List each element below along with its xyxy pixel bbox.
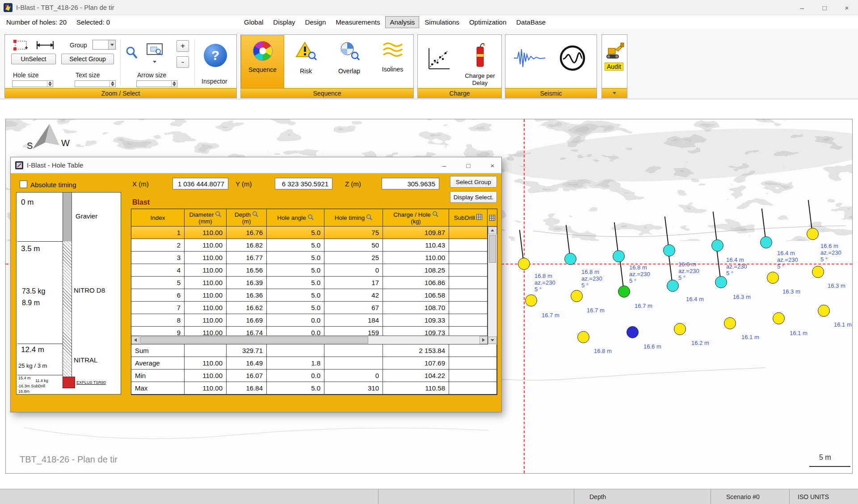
menu-measurements[interactable]: Measurements [331, 16, 384, 28]
dialog-close-button[interactable]: × [488, 162, 497, 169]
table-row[interactable]: 3110.0016.775.025110.00 [131, 252, 488, 264]
menu-global[interactable]: Global [240, 16, 268, 28]
hole-marker[interactable] [564, 253, 576, 265]
menu-database[interactable]: DataBase [512, 16, 550, 28]
ribbon-button-risk[interactable]: Risk [284, 35, 328, 88]
magnifier-icon[interactable] [215, 211, 221, 218]
hole-marker[interactable] [711, 239, 723, 252]
zoom-mode-dropdown[interactable] [149, 58, 160, 65]
scroll-down-button[interactable] [488, 336, 497, 344]
crosshair-vertical [524, 119, 525, 473]
dialog-minimize-button[interactable]: – [440, 162, 449, 169]
dialog-maximize-button[interactable]: □ [464, 162, 473, 169]
hole-marker[interactable] [618, 286, 630, 298]
close-button[interactable]: × [836, 0, 858, 15]
ribbon-button-sequence[interactable]: Sequence [241, 35, 284, 88]
scroll-right-button[interactable] [479, 336, 488, 344]
charge-per-delay-button[interactable] [461, 38, 499, 71]
table-grid-icon[interactable] [488, 209, 497, 227]
menu-analysis[interactable]: Analysis [385, 16, 419, 28]
hole-marker[interactable] [627, 326, 639, 338]
hole-marker[interactable] [674, 323, 686, 335]
column-header-hole-angle[interactable]: Hole angle [267, 209, 324, 227]
vertical-scroll-thumb[interactable] [489, 235, 496, 263]
display-select-button[interactable]: Display Select. [450, 191, 497, 203]
zoom-tool[interactable] [124, 45, 139, 61]
horizontal-scrollbar[interactable] [131, 336, 488, 344]
column-header-subdrill[interactable]: SubDrill [449, 209, 488, 227]
chevron-down-icon[interactable] [108, 40, 115, 49]
hole-marker[interactable] [818, 305, 830, 317]
hole-marker[interactable] [667, 280, 679, 292]
ribbon-button-isolines[interactable]: Isolines [371, 35, 414, 88]
hole-marker[interactable] [767, 272, 779, 284]
measure-arrow-tool[interactable] [34, 38, 56, 52]
zoom-extent-tool[interactable] [144, 42, 165, 56]
seismic-wave-button[interactable] [510, 42, 549, 74]
table-row[interactable]: 8110.0016.690.0184109.33 [131, 314, 488, 327]
absolute-timing-checkbox[interactable] [20, 181, 27, 188]
table-row[interactable]: 5110.0016.395.017106.86 [131, 277, 488, 289]
menu-simulations[interactable]: Simulations [420, 16, 464, 28]
z-coord-field[interactable]: 305.9635 [382, 178, 439, 189]
hole-marker[interactable] [807, 228, 819, 240]
audit-button[interactable] [604, 40, 626, 61]
table-row[interactable]: 4110.0016.565.00108.25 [131, 264, 488, 277]
column-header-diameter[interactable]: Diameter(mm) [185, 209, 227, 227]
magnifier-icon[interactable] [432, 211, 438, 218]
zoom-out-button[interactable]: - [177, 56, 189, 68]
column-header-hole-timing[interactable]: Hole timing [324, 209, 383, 227]
hole-marker[interactable] [663, 244, 675, 256]
audit-dropdown-strip[interactable] [602, 88, 627, 98]
hole-marker[interactable] [715, 276, 727, 288]
hole-marker[interactable] [613, 250, 625, 262]
map-canvas[interactable]: 16.8 m az.=230 5 °16.7 m16.8 m az.=230 5… [5, 119, 853, 474]
hole-size-spinner[interactable] [12, 80, 53, 87]
table-row[interactable]: 2110.0016.825.050110.43 [131, 239, 488, 252]
table-row[interactable]: 7110.0016.625.067108.70 [131, 302, 488, 314]
summary-cell [324, 344, 383, 357]
hole-marker[interactable] [571, 290, 583, 302]
hole-marker[interactable] [724, 317, 736, 329]
dialog-select-group-button[interactable]: Select Group [450, 176, 497, 188]
y-coord-field[interactable]: 6 323 350.5921 [275, 178, 332, 189]
maximize-button[interactable]: □ [813, 0, 836, 15]
magnifier-icon[interactable] [252, 211, 258, 218]
unselect-button[interactable]: UnSelect [11, 54, 56, 64]
table-row[interactable]: 1110.0016.765.075109.87 [131, 227, 488, 239]
zoom-in-button[interactable]: + [177, 40, 189, 52]
select-group-button[interactable]: Select Group [61, 54, 114, 64]
hole-marker[interactable] [812, 266, 824, 278]
hole-marker[interactable] [577, 331, 589, 343]
menu-design[interactable]: Design [301, 16, 331, 28]
group-combo[interactable] [93, 40, 116, 50]
menu-optimization[interactable]: Optimization [465, 16, 511, 28]
hole-marker[interactable] [760, 236, 772, 248]
column-header-charge-hole[interactable]: Charge / Hole(kg) [383, 209, 449, 227]
table-summary: Sum329.712 153.84Average110.0016.491.810… [131, 344, 497, 395]
column-header-index[interactable]: Index [131, 209, 185, 227]
minimize-button[interactable]: – [791, 0, 813, 15]
hole-marker[interactable] [773, 312, 785, 324]
scroll-left-button[interactable] [131, 336, 139, 344]
table-row[interactable]: 9110.0016.740.0159109.73 [131, 327, 488, 336]
inspector-button[interactable] [200, 42, 231, 69]
hole-marker[interactable] [518, 258, 530, 270]
selection-rectangle-tool[interactable] [12, 38, 29, 52]
column-header-depth[interactable]: Depth(m) [227, 209, 267, 227]
magnifier-icon[interactable] [366, 214, 372, 222]
arrow-size-spinner[interactable] [136, 80, 177, 87]
scroll-up-button[interactable] [488, 227, 497, 234]
grid-icon[interactable] [476, 214, 482, 221]
table-row[interactable]: 6110.0016.365.042106.58 [131, 289, 488, 302]
vertical-scrollbar[interactable] [488, 227, 497, 344]
magnifier-icon[interactable] [307, 214, 314, 222]
charge-chart-button[interactable] [421, 40, 455, 79]
text-size-spinner[interactable] [75, 80, 116, 87]
ribbon-button-overlap[interactable]: Overlap [328, 35, 371, 88]
hole-marker[interactable] [525, 294, 537, 307]
x-coord-field[interactable]: 1 036 444.8077 [172, 178, 228, 189]
seismograph-button[interactable] [553, 41, 592, 75]
horizontal-scroll-thumb[interactable] [140, 336, 368, 344]
menu-display[interactable]: Display [269, 16, 299, 28]
